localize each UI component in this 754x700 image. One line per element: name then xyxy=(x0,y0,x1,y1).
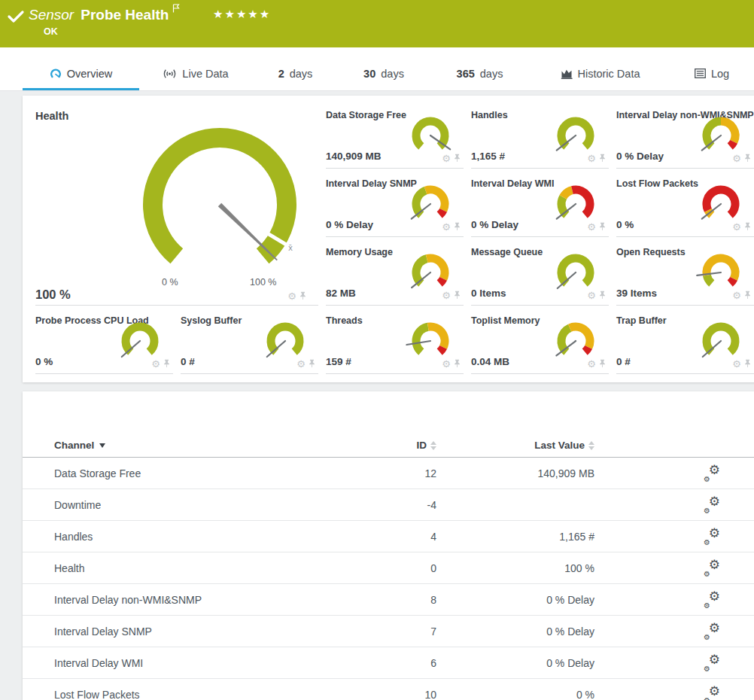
tab-log[interactable]: Log xyxy=(670,59,754,90)
pin-icon[interactable] xyxy=(744,152,751,166)
gauge-value: 0 # xyxy=(616,356,631,367)
sort-caret-icon xyxy=(99,443,105,448)
tab-live-data[interactable]: Live Data xyxy=(139,59,252,90)
pin-icon[interactable] xyxy=(299,290,306,303)
channel-name[interactable]: Interval Delay SNMP xyxy=(54,625,393,638)
gear-icon[interactable]: ⚙ xyxy=(732,360,741,369)
priority-stars[interactable]: ★★★★★ xyxy=(213,8,271,21)
log-icon xyxy=(695,68,706,78)
gear-icon[interactable]: ⚙ xyxy=(587,360,596,369)
gauges-grid: Health x̄ 0 % 100 % 100 % ⚙ Data Storage… xyxy=(35,105,754,379)
sensor-status-band: Sensor Probe Health ★★★★★ OK xyxy=(0,0,754,47)
gauge-scale-min: 0 % xyxy=(162,277,178,288)
gear-icon[interactable]: ⚙ xyxy=(442,360,451,369)
channel-name[interactable]: Handles xyxy=(54,531,393,543)
tab-label: Log xyxy=(711,68,729,80)
gauges-panel: Health x̄ 0 % 100 % 100 % ⚙ Data Storage… xyxy=(23,96,754,382)
tab-overview[interactable]: Overview xyxy=(23,59,139,90)
channel-settings-icon[interactable]: ⚙⚙ xyxy=(704,527,720,546)
channel-settings-icon[interactable]: ⚙⚙ xyxy=(704,685,720,700)
channel-name[interactable]: Downtime xyxy=(54,499,393,511)
channel-id: 8 xyxy=(393,594,436,606)
tab-bar: OverviewLive Data2days30days365daysHisto… xyxy=(0,47,754,91)
tab-number: 365 xyxy=(457,68,475,80)
gauge-icon xyxy=(50,68,62,80)
pin-icon[interactable] xyxy=(599,152,606,166)
gear-icon: ⚙ xyxy=(709,557,720,573)
tab-365-days[interactable]: 365days xyxy=(429,59,531,90)
pin-icon[interactable] xyxy=(454,221,461,234)
channel-settings-icon[interactable]: ⚙⚙ xyxy=(704,653,720,672)
gauge-memory-usage: Memory Usage82 MB⚙ xyxy=(326,242,471,311)
channel-id: 0 xyxy=(393,562,436,574)
channel-name[interactable]: Health xyxy=(54,562,393,574)
channel-id: 4 xyxy=(393,531,436,543)
channel-settings-icon[interactable]: ⚙⚙ xyxy=(704,590,720,609)
gauge-scale-max: 100 % xyxy=(250,277,276,288)
table-row: Lost Flow Packets100 %⚙⚙ xyxy=(23,679,754,700)
ok-check-icon xyxy=(8,10,24,23)
pin-icon[interactable] xyxy=(599,221,606,234)
channel-settings-icon[interactable]: ⚙⚙ xyxy=(704,464,720,482)
gear-icon: ⚙ xyxy=(709,462,720,478)
pin-icon[interactable] xyxy=(309,358,315,371)
gauge-interval-delay-wmi: Interval Delay WMI0 % Delay⚙ xyxy=(471,174,616,242)
gauge-message-queue: Message Queue0 Items⚙ xyxy=(471,242,616,311)
channel-last-value: 0 % Delay xyxy=(436,657,594,669)
pin-icon[interactable] xyxy=(454,289,461,303)
tab-30-days[interactable]: 30days xyxy=(339,59,429,90)
tab-2-days[interactable]: 2days xyxy=(252,59,339,90)
pin-icon[interactable] xyxy=(744,358,751,371)
pin-icon[interactable] xyxy=(744,221,751,234)
pin-icon[interactable] xyxy=(163,358,170,371)
channel-name[interactable]: Data Storage Free xyxy=(54,467,393,479)
column-header-channel[interactable]: Channel xyxy=(54,440,393,451)
gear-icon[interactable]: ⚙ xyxy=(287,292,296,301)
pin-icon[interactable] xyxy=(454,152,461,166)
gear-icon[interactable]: ⚙ xyxy=(442,223,451,232)
table-row: Data Storage Free12140,909 MB⚙⚙ xyxy=(23,458,754,489)
channel-name[interactable]: Interval Delay non-WMI&SNMP xyxy=(54,594,393,606)
gauge-value: 0 % Delay xyxy=(326,219,373,230)
gauge-value: 100 % xyxy=(35,288,71,302)
gear-icon[interactable]: ⚙ xyxy=(732,223,741,232)
object-kind-label: Sensor xyxy=(29,7,74,23)
gear-icon[interactable]: ⚙ xyxy=(442,291,451,300)
column-label: Channel xyxy=(54,440,94,451)
channel-settings-icon[interactable]: ⚙⚙ xyxy=(704,558,720,577)
gauge-interval-delay-non-wmi-snmp: Interval Delay non-WMI&SNMP0 % Delay⚙ xyxy=(616,105,754,174)
tab-label: Live Data xyxy=(182,68,228,80)
gear-icon[interactable]: ⚙ xyxy=(442,154,451,163)
table-row: Handles41,165 #⚙⚙ xyxy=(23,521,754,552)
gear-icon[interactable]: ⚙ xyxy=(151,360,160,369)
channel-settings-icon[interactable]: ⚙⚙ xyxy=(704,495,720,514)
gear-icon[interactable]: ⚙ xyxy=(587,223,596,232)
gear-icon: ⚙ xyxy=(704,570,710,578)
pin-icon[interactable] xyxy=(454,358,461,371)
gauge-toplist-memory: Toplist Memory0.04 MB⚙ xyxy=(471,311,616,379)
column-header-last-value[interactable]: Last Value xyxy=(436,440,594,451)
gauge-value: 0 % Delay xyxy=(471,219,518,230)
channel-name[interactable]: Lost Flow Packets xyxy=(54,689,393,700)
gear-icon[interactable]: ⚙ xyxy=(587,291,596,300)
column-header-id[interactable]: ID xyxy=(393,440,436,451)
channel-settings-icon[interactable]: ⚙⚙ xyxy=(704,622,720,641)
gear-icon[interactable]: ⚙ xyxy=(587,154,596,163)
gear-icon: ⚙ xyxy=(704,665,710,673)
tab-label: days xyxy=(381,68,404,80)
tab-label: Historic Data xyxy=(578,68,640,80)
pin-icon[interactable] xyxy=(744,289,751,303)
channel-name[interactable]: Interval Delay WMI xyxy=(54,657,393,669)
tab-historic-data[interactable]: Historic Data xyxy=(531,59,670,90)
gear-icon: ⚙ xyxy=(704,538,710,546)
gear-icon[interactable]: ⚙ xyxy=(732,291,741,300)
gear-icon[interactable]: ⚙ xyxy=(296,360,306,369)
flag-icon[interactable] xyxy=(172,2,180,16)
channel-last-value: 100 % xyxy=(436,562,594,574)
table-row: Interval Delay SNMP70 % Delay⚙⚙ xyxy=(23,616,754,647)
pin-icon[interactable] xyxy=(599,289,606,303)
channel-last-value: 0 % Delay xyxy=(436,625,594,638)
table-row: Interval Delay non-WMI&SNMP80 % Delay⚙⚙ xyxy=(23,584,754,616)
pin-icon[interactable] xyxy=(599,358,606,371)
gear-icon[interactable]: ⚙ xyxy=(732,154,741,163)
